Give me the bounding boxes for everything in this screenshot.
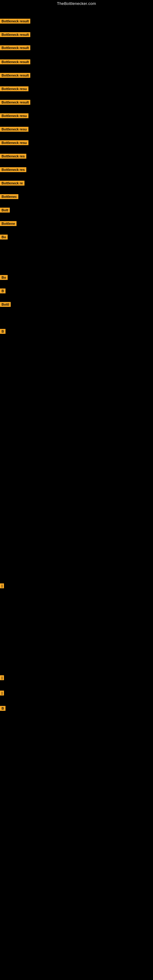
bottleneck-badge: Bottleneck result (0, 45, 30, 50)
bottleneck-badge: Bottleneck result (0, 100, 30, 105)
bottleneck-badge: Bott (0, 208, 10, 213)
site-title: TheBottlenecker.com (0, 0, 153, 8)
bottleneck-badge: B (0, 288, 5, 293)
bottleneck-badge: Bottleneck resu (0, 127, 29, 132)
bottleneck-badge: Bottleneck result (0, 19, 30, 24)
bottleneck-badge: Bottleneck res (0, 154, 26, 159)
bottleneck-badge: | (0, 675, 4, 680)
bottleneck-badge: Bottleneck resu (0, 140, 29, 145)
bottleneck-badge: Bottleneck re (0, 181, 24, 186)
bottleneck-badge: Bottleneck result (0, 73, 30, 78)
bottleneck-badge: | (0, 690, 4, 695)
bottleneck-badge: Bottlene (0, 221, 16, 226)
bottleneck-badge: Bo (0, 235, 8, 240)
bottleneck-badge: Bottl (0, 302, 11, 307)
bottleneck-badge: Bo (0, 275, 8, 280)
bottleneck-badge: Bottleneck result (0, 32, 30, 37)
bottleneck-badge: | (0, 584, 4, 588)
bottleneck-badge: Bottleneck result (0, 59, 30, 64)
bottleneck-badge: Bottleneck resu (0, 113, 29, 118)
bottleneck-badge: Bottleneck res (0, 167, 26, 172)
bottleneck-badge: B (0, 706, 5, 711)
bottleneck-badge: Bottlenec (0, 194, 18, 199)
bottleneck-badge: B (0, 329, 5, 334)
bottleneck-badge: Bottleneck resu (0, 86, 29, 91)
